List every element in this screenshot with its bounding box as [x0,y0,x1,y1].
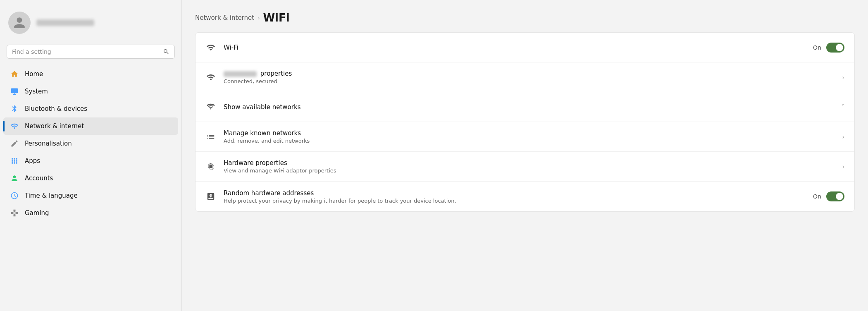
sidebar-item-accounts-label: Accounts [25,175,53,182]
hardware-properties-subtitle: View and manage WiFi adaptor properties [224,167,835,174]
avatar [8,12,31,34]
chip-icon [205,161,216,172]
svg-rect-0 [11,89,18,93]
nav-list: Home System Bluetooth & devices Network … [0,64,181,311]
sidebar-item-system-label: System [25,88,48,95]
sidebar-item-accounts[interactable]: Accounts [3,170,178,187]
random-hardware-title: Random hardware addresses [224,189,806,197]
hardware-properties-row[interactable]: Hardware properties View and manage WiFi… [196,152,854,182]
list-icon [205,132,216,142]
wifi-icon [205,42,216,53]
manage-networks-right: › [842,134,844,140]
wifi-properties-row[interactable]: properties Connected, secured › [196,62,854,92]
random-hardware-text: Random hardware addresses Help protect y… [224,189,806,204]
sidebar-item-gaming[interactable]: Gaming [3,204,178,222]
system-icon [10,87,19,96]
chevron-right-icon-2: › [842,134,844,140]
random-hardware-right: On [813,191,844,201]
breadcrumb: Network & internet › WiFi [195,12,855,24]
manage-networks-subtitle: Add, remove, and edit networks [224,138,835,144]
home-icon [10,69,19,79]
hardware-properties-right: › [842,163,844,170]
wifi-toggle-text: Wi-Fi [224,44,806,51]
chevron-down-icon: ˅ [841,103,844,111]
random-hardware-toggle-label: On [813,193,821,200]
wifi-antenna-icon [205,102,216,112]
show-networks-row[interactable]: Show available networks ˅ [196,92,854,122]
wifi-toggle-label: On [813,44,821,51]
search-input[interactable] [12,48,160,55]
main-content: Network & internet › WiFi Wi-Fi On [182,0,868,311]
show-networks-title: Show available networks [224,103,834,111]
sidebar-item-personalisation-label: Personalisation [25,140,72,147]
random-hardware-subtitle: Help protect your privacy by making it h… [224,198,806,204]
random-hardware-row[interactable]: Random hardware addresses Help protect y… [196,182,854,211]
sidebar-item-personalisation[interactable]: Personalisation [3,135,178,152]
sidebar-item-system[interactable]: System [3,83,178,100]
personalisation-icon [10,139,19,148]
search-icon [163,48,169,55]
gaming-icon [10,208,19,218]
wifi-properties-right: › [842,74,844,81]
network-icon [10,122,19,131]
wifi-properties-title: properties [224,70,835,77]
wifi-connected-icon [205,72,216,83]
random-hardware-toggle-switch[interactable] [826,191,844,201]
manage-networks-title: Manage known networks [224,129,835,137]
random-mac-icon [205,191,216,202]
breadcrumb-separator: › [258,15,260,21]
sidebar-item-time-label: Time & language [25,192,78,199]
sidebar-item-time[interactable]: Time & language [3,187,178,204]
manage-networks-row[interactable]: Manage known networks Add, remove, and e… [196,122,854,152]
wifi-toggle-right: On [813,43,844,53]
chevron-right-icon: › [842,74,844,81]
apps-icon [10,156,19,165]
bluetooth-icon [10,104,19,113]
wifi-toggle-title: Wi-Fi [224,44,806,51]
sidebar-item-apps[interactable]: Apps [3,152,178,170]
wifi-properties-text: properties Connected, secured [224,70,835,84]
sidebar-item-home[interactable]: Home [3,65,178,83]
sidebar-item-bluetooth[interactable]: Bluetooth & devices [3,100,178,117]
sidebar-item-gaming-label: Gaming [25,209,49,217]
wifi-properties-subtitle: Connected, secured [224,78,835,84]
time-icon [10,191,19,200]
show-networks-right: ˅ [841,103,844,111]
hardware-properties-title: Hardware properties [224,159,835,167]
breadcrumb-parent[interactable]: Network & internet [195,14,254,22]
sidebar-item-home-label: Home [25,70,43,78]
sidebar-item-network-label: Network & internet [25,122,84,130]
network-name-blurred [224,71,257,77]
settings-card: Wi-Fi On properties Connected, secured › [195,32,855,212]
sidebar-item-apps-label: Apps [25,157,40,165]
sidebar: Home System Bluetooth & devices Network … [0,0,182,311]
sidebar-item-network[interactable]: Network & internet [3,117,178,135]
wifi-toggle-switch[interactable] [826,43,844,53]
search-box[interactable] [7,45,175,59]
wifi-toggle-row[interactable]: Wi-Fi On [196,33,854,62]
hardware-properties-text: Hardware properties View and manage WiFi… [224,159,835,174]
show-networks-text: Show available networks [224,103,834,111]
chevron-right-icon-3: › [842,163,844,170]
accounts-icon [10,174,19,183]
profile-section [0,0,181,42]
sidebar-item-bluetooth-label: Bluetooth & devices [25,105,87,112]
profile-name [36,19,94,26]
manage-networks-text: Manage known networks Add, remove, and e… [224,129,835,144]
user-icon [13,16,26,29]
breadcrumb-current: WiFi [263,12,289,24]
